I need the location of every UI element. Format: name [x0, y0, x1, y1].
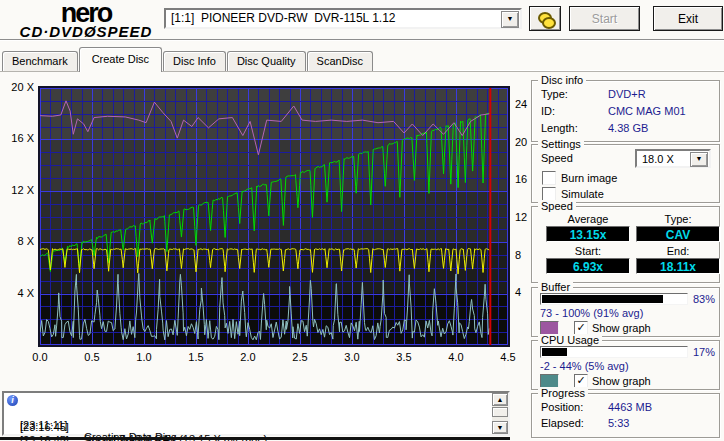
settings-group: Settings Speed 18.0 X ▼ Burn image Simul… [531, 144, 720, 203]
x-axis-tick: 1.0 [136, 351, 151, 363]
buffer-bar [540, 293, 688, 305]
x-axis-tick: 4.5 [500, 351, 515, 363]
buffer-show-graph-label: Show graph [592, 322, 651, 334]
info-icon: i [7, 395, 18, 406]
type-label: Type: [636, 213, 720, 225]
start-button[interactable]: Start [569, 6, 640, 31]
disc-length-label: Length: [541, 122, 578, 134]
group-title: Settings [538, 138, 584, 150]
cpu-range: -2 - 44% (5% avg) [540, 360, 629, 372]
disc-length-value: 4.38 GB [608, 122, 648, 134]
end-speed-display: 18.11x [636, 258, 720, 274]
tab-strip: Benchmark Create Disc Disc Info Disc Qua… [2, 46, 374, 71]
progress-group: Progress Position: 4463 MB Elapsed: 5:33 [531, 393, 720, 438]
left-axis-tick: 8 X [4, 235, 34, 247]
speed-select[interactable]: 18.0 X ▼ [635, 149, 711, 168]
eject-discs-button[interactable] [529, 6, 561, 31]
elapsed-value: 5:33 [608, 417, 629, 429]
scroll-down-icon[interactable]: ▼ [492, 421, 508, 434]
x-axis-tick: 4.0 [448, 351, 463, 363]
log-line: i [23:11:11] Creating Data Disc [6, 395, 24, 408]
log-line: [23:16:45] Elapsed Time: 5:33 [6, 422, 24, 435]
average-label: Average [546, 213, 630, 225]
cpu-bar [540, 346, 688, 358]
simulate-label: Simulate [561, 188, 604, 200]
scrollbar-thumb[interactable] [492, 407, 508, 417]
right-axis-tick: 20 [515, 136, 527, 148]
scroll-up-icon[interactable]: ▲ [492, 393, 508, 406]
chevron-down-icon[interactable]: ▼ [690, 152, 708, 167]
burn-image-label: Burn image [561, 172, 617, 184]
buffer-group: Buffer 83% 73 - 100% (91% avg) ✓ Show gr… [531, 287, 720, 337]
nero-logo-subtitle: CD·DVDØSPEED [6, 25, 166, 39]
cpu-percent: 17% [693, 346, 715, 358]
exit-button[interactable]: Exit [653, 6, 723, 31]
group-title: Speed [538, 200, 576, 212]
cpu-bar-fill [542, 348, 567, 356]
x-axis-tick: 0.5 [84, 351, 99, 363]
drive-select-value: [1:1] PIONEER DVD-RW DVR-115L 1.12 [171, 11, 396, 25]
buffer-percent: 83% [693, 293, 715, 305]
elapsed-label: Elapsed: [541, 417, 584, 429]
average-speed-display: 13.15x [546, 226, 630, 242]
disc-icon [542, 17, 556, 29]
cpu-usage-group: CPU Usage 17% -2 - 44% (5% avg) ✓ Show g… [531, 340, 720, 390]
left-axis-tick: 4 X [4, 287, 34, 299]
log-line: [23:16:45] Speed:7-18 X CAV (13.15 X ave… [6, 409, 24, 422]
chevron-down-icon[interactable]: ▼ [501, 11, 519, 28]
toolbar-divider [0, 39, 724, 41]
group-title: Buffer [538, 281, 573, 293]
left-axis-tick: 20 X [4, 81, 34, 93]
disc-type-label: Type: [541, 88, 568, 100]
simulate-checkbox[interactable] [542, 187, 556, 201]
speed-chart-canvas [40, 88, 508, 345]
start-label: Start: [546, 245, 630, 257]
buffer-range: 73 - 100% (91% avg) [540, 307, 643, 319]
cpu-show-graph-checkbox[interactable]: ✓ [574, 374, 588, 388]
group-title: CPU Usage [538, 334, 602, 346]
speed-chart [38, 86, 510, 347]
x-axis-tick: 2.5 [292, 351, 307, 363]
tab-disc-quality[interactable]: Disc Quality [227, 51, 306, 71]
disc-info-group: Disc info Type: DVD+R ID: CMC MAG M01 Le… [531, 80, 720, 142]
drive-select[interactable]: [1:1] PIONEER DVD-RW DVR-115L 1.12 ▼ [164, 8, 522, 29]
right-axis-tick: 4 [515, 286, 521, 298]
disc-id-label: ID: [541, 105, 555, 117]
disc-type-value: DVD+R [608, 88, 646, 100]
speed-group: Speed Average Type: 13.15x CAV Start: En… [531, 206, 720, 283]
speed-setting-label: Speed [541, 152, 573, 164]
start-speed-display: 6.93x [546, 258, 630, 274]
disc-slash-icon: Ø [84, 25, 97, 39]
right-axis-tick: 16 [515, 173, 527, 185]
log-scrollbar[interactable]: ▲ ▼ [492, 393, 508, 434]
x-axis-tick: 1.5 [188, 351, 203, 363]
end-label: End: [636, 245, 720, 257]
buffer-bar-fill [542, 295, 663, 303]
speed-type-display: CAV [636, 226, 720, 242]
right-axis-tick: 24 [515, 98, 527, 110]
x-axis-tick: 3.0 [344, 351, 359, 363]
position-label: Position: [541, 401, 583, 413]
left-axis-tick: 16 X [4, 132, 34, 144]
tab-scandisc[interactable]: ScanDisc [307, 51, 373, 71]
left-axis-tick: 12 X [4, 184, 34, 196]
buffer-show-graph-checkbox[interactable]: ✓ [574, 321, 588, 335]
x-axis-tick: 0.0 [32, 351, 47, 363]
nero-logo-wordmark: nero [6, 1, 166, 25]
tab-create-disc[interactable]: Create Disc [79, 47, 162, 72]
log-timestamp: [23:16:45] [20, 421, 69, 433]
x-axis-tick: 2.0 [240, 351, 255, 363]
nero-cd-dvd-speed-window: nero CD·DVDØSPEED [1:1] PIONEER DVD-RW D… [0, 0, 724, 441]
tab-benchmark[interactable]: Benchmark [2, 51, 78, 71]
group-title: Disc info [538, 74, 586, 86]
tab-disc-info[interactable]: Disc Info [163, 51, 226, 71]
right-axis-tick: 8 [515, 249, 521, 261]
burn-image-checkbox[interactable] [542, 171, 556, 185]
cpu-show-graph-label: Show graph [592, 375, 651, 387]
nero-logo: nero CD·DVDØSPEED [6, 1, 166, 39]
x-axis-tick: 3.5 [396, 351, 411, 363]
position-value: 4463 MB [608, 401, 652, 413]
status-log: i [23:11:11] Creating Data Disc [23:16:4… [2, 391, 510, 436]
group-title: Progress [538, 387, 588, 399]
right-axis-tick: 12 [515, 211, 527, 223]
